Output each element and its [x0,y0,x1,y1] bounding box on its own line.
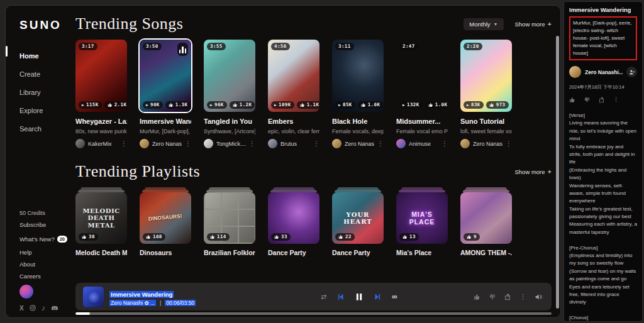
playlist-cover-art[interactable]: 114 [204,192,255,244]
playlist-title[interactable]: AMONG THEM -... [460,249,512,256]
playlist-cover-art[interactable]: MIA'S PLACE 13 [396,192,448,244]
song-cover-art[interactable]: 3:17 ▶ 115K [75,40,127,112]
progress-bar[interactable] [75,312,552,315]
song-card[interactable]: 2:20 ▶ 83K [460,40,512,148]
song-title[interactable]: Immersive Wandering [140,118,191,125]
playlist-title[interactable]: Dance Party [268,249,319,256]
playlists-show-more-button[interactable]: Show more + [515,168,552,175]
playlist-title[interactable]: Melodic Death Metal... [75,249,127,256]
credits-label[interactable]: 50 Credits [19,210,71,216]
main-scrollbar[interactable] [556,36,559,309]
songs-show-more-button[interactable]: Show more + [515,20,552,28]
song-cover-art[interactable]: 3:11 ▶ 85K [332,40,384,112]
playlist-cover-art[interactable]: MELODIC DEATH METAL 38 [75,192,127,244]
details-artist-name[interactable]: Zero Nanashi... [585,69,623,75]
song-title[interactable]: Suno Tutorial [460,118,512,125]
song-more-button[interactable]: ⋮ [249,141,255,147]
playlist-cover-art[interactable]: DINOSAURS! 108 [140,192,191,244]
next-button[interactable] [374,293,382,301]
careers-link[interactable]: Careers [19,273,71,280]
like-button[interactable] [474,293,480,300]
song-more-button[interactable]: ⋮ [313,141,319,147]
sidebar-nav-item[interactable]: Home [19,50,71,62]
artist-avatar[interactable] [332,139,341,148]
artist-avatar[interactable] [204,139,213,148]
sidebar-nav-item[interactable]: Create [19,68,71,80]
sidebar-nav-item[interactable]: Search [19,123,71,135]
details-artist-avatar[interactable] [569,66,581,78]
playlist-card[interactable]: 33 Dance Party [268,187,319,256]
playlist-title[interactable]: Mia's Place [396,249,448,256]
playlist-card[interactable]: MELODIC DEATH METAL 38 Melodic Death Met… [75,187,127,256]
playlist-title[interactable]: Dance Party [332,249,384,256]
song-card[interactable]: 3:55 ▶ 96K [204,40,255,148]
playlist-card[interactable]: 9 AMONG THEM -... [460,187,512,256]
song-more-button[interactable]: ⋮ [121,141,127,147]
song-title[interactable]: Black Hole [332,118,384,125]
artist-name[interactable]: TongMick...... [216,141,246,147]
song-more-button[interactable]: ⋮ [185,141,191,147]
about-link[interactable]: About [19,261,71,268]
song-more-button[interactable]: ⋮ [441,141,448,147]
playlist-title[interactable]: Dinosaurs [140,249,191,256]
artist-name[interactable]: Zero Nanash... [152,141,182,147]
artist-name[interactable]: Zero Nanash... [473,141,502,147]
dislike-button[interactable] [584,97,590,103]
song-cover-art[interactable]: 3:55 ▶ 96K [204,40,255,112]
details-more-button[interactable]: ⋮ [613,97,619,102]
sidebar-nav-item[interactable]: Library [19,86,71,99]
playlist-cover-art[interactable]: 9 [460,192,512,244]
whats-new-link[interactable]: What's New? 20 [19,236,71,243]
song-cover-art[interactable]: 2:47 ▶ 132K [396,40,448,112]
user-avatar[interactable] [19,285,33,298]
pause-button[interactable] [355,292,364,302]
song-cover-art[interactable]: 4:56 ▶ 109K [268,40,319,112]
playlist-card[interactable]: YOUR HEART 22 Dance Party [332,187,384,256]
artist-name[interactable]: Zero Nanash... [345,141,374,147]
previous-button[interactable] [336,293,345,301]
artist-name[interactable]: KakerMix [88,141,118,147]
now-playing-artist[interactable]: Zero Nanashi ✿ ... [109,300,156,306]
monthly-filter-dropdown[interactable]: Monthly ▼ [464,18,503,30]
subscribe-link[interactable]: Subscribe [19,221,71,228]
sidebar-nav-item[interactable]: Explore [19,104,71,117]
song-card[interactable]: 3:50 ▶ 90K [140,40,191,148]
playlist-cover-art[interactable]: 33 [268,192,319,244]
discord-icon[interactable] [51,305,58,311]
playlist-title[interactable]: Brazilian Folklore [204,249,255,256]
instagram-icon[interactable] [30,305,36,311]
artist-avatar[interactable] [140,139,149,148]
song-card[interactable]: 4:56 ▶ 109K [268,40,319,148]
artist-avatar[interactable] [460,139,470,148]
share-button[interactable] [598,96,605,103]
x-icon[interactable]: X [19,305,24,312]
shuffle-icon[interactable]: ⇄ [321,293,326,301]
now-playing-thumbnail[interactable] [83,287,104,307]
autoplay-infinity-icon[interactable]: ∞ [392,292,397,301]
song-cover-art[interactable]: 3:50 ▶ 90K [140,40,191,112]
song-title[interactable]: Tangled in You [204,118,255,125]
song-card[interactable]: 2:47 ▶ 132K [396,40,448,148]
dislike-button[interactable] [489,293,496,300]
playlist-cover-art[interactable]: YOUR HEART 22 [332,192,384,244]
song-card[interactable]: 3:11 ▶ 85K [332,40,384,148]
help-link[interactable]: Help [19,249,71,256]
playlist-card[interactable]: DINOSAURS! 108 Dinosaurs [140,187,191,256]
artist-avatar[interactable] [268,139,277,148]
artist-name[interactable]: Animuse [409,141,438,147]
artist-name[interactable]: Brutus [280,141,310,147]
tiktok-icon[interactable]: ♪ [42,304,45,312]
artist-avatar[interactable] [75,139,85,148]
now-playing-title[interactable]: Immersive Wandering [109,291,174,298]
song-title[interactable]: Embers [268,118,319,125]
player-more-button[interactable]: ⋮ [519,293,526,300]
volume-button[interactable] [535,293,543,301]
song-card[interactable]: 3:17 ▶ 115K [75,40,127,148]
playlist-card[interactable]: MIA'S PLACE 13 Mia's Place [396,187,448,256]
song-more-button[interactable]: ⋮ [377,141,384,147]
like-button[interactable] [569,97,575,103]
artist-avatar[interactable] [396,139,406,148]
song-title[interactable]: Wheygazer - Lazarus... [75,118,127,125]
song-cover-art[interactable]: 2:20 ▶ 83K [460,40,512,112]
playlist-card[interactable]: 114 Brazilian Folklore [204,187,255,256]
